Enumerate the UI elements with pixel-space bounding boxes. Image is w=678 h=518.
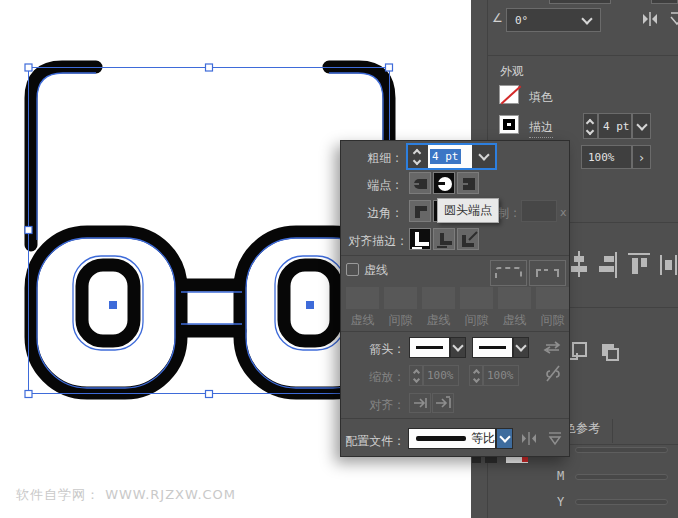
chevron-down-icon bbox=[636, 119, 647, 130]
fill-color-swatch[interactable] bbox=[499, 85, 519, 104]
gap-field-2 bbox=[460, 287, 493, 309]
opacity-value: 100% bbox=[582, 151, 615, 164]
rotation-angle-input[interactable]: 0° bbox=[506, 8, 601, 32]
angle-value: 0° bbox=[507, 14, 583, 27]
height-field-clipped[interactable] bbox=[651, 0, 678, 4]
magenta-slider[interactable] bbox=[575, 474, 668, 480]
profile-chevron-button[interactable] bbox=[496, 428, 513, 449]
chevron-right-icon: › bbox=[639, 150, 644, 165]
scale-label: 缩放 : bbox=[341, 369, 401, 386]
chevron-down-icon bbox=[478, 149, 489, 160]
align-stroke-center-button-selected[interactable] bbox=[409, 228, 431, 250]
extend-arrow-icon bbox=[410, 393, 430, 413]
arrowhead-start-dropdown[interactable] bbox=[409, 337, 450, 358]
arrange-overlap-icon[interactable] bbox=[598, 340, 620, 362]
no-arrowhead-icon bbox=[416, 346, 443, 349]
cap-label: 端点 : bbox=[341, 177, 399, 194]
weight-dropdown-button[interactable] bbox=[472, 145, 495, 168]
chevron-down-icon bbox=[515, 340, 526, 351]
profile-value: 等比 bbox=[471, 430, 495, 447]
extend-arrow-tip-icon bbox=[433, 393, 453, 413]
yellow-slider[interactable] bbox=[575, 499, 668, 505]
stroke-weight-dropdown-button[interactable] bbox=[632, 113, 651, 139]
swap-arrowheads-icon[interactable] bbox=[543, 340, 562, 355]
chevron-down-icon bbox=[452, 340, 463, 351]
align-stroke-inside-button[interactable] bbox=[433, 228, 455, 250]
align-horizontal-right-icon[interactable] bbox=[598, 252, 618, 278]
corner-label: 边角 : bbox=[341, 205, 399, 222]
preserve-dash-button-disabled bbox=[490, 260, 527, 286]
align-stroke-center-icon bbox=[410, 229, 432, 251]
arrowheads-label: 箭头 : bbox=[341, 341, 401, 358]
flip-horizontal-icon[interactable] bbox=[641, 11, 659, 27]
align-dash-icon bbox=[530, 261, 565, 285]
none-fill-icon bbox=[501, 86, 522, 105]
stroke-ring-icon bbox=[503, 119, 515, 130]
dash-field-1 bbox=[346, 287, 379, 309]
align-stroke-label: 对齐描边 : bbox=[341, 233, 404, 250]
stroke-panel-link[interactable]: 描边 bbox=[529, 119, 553, 138]
weight-label: 粗细 : bbox=[341, 150, 399, 167]
illustrator-workspace: { "watermark": "软件自学网： WWW.RJZXW.COM", "… bbox=[0, 0, 678, 518]
butt-cap-icon bbox=[410, 173, 432, 195]
chevron-down-icon bbox=[581, 13, 592, 24]
link-scales-broken-icon bbox=[544, 363, 562, 383]
cyan-slider[interactable] bbox=[575, 447, 668, 453]
dashed-line-checkbox[interactable] bbox=[346, 263, 359, 276]
opacity-options-button[interactable]: › bbox=[632, 145, 651, 169]
flip-along-icon-disabled bbox=[521, 431, 538, 446]
miter-limit-field-disabled bbox=[521, 200, 557, 222]
weight-stepper[interactable] bbox=[408, 145, 428, 168]
tooltip: 圆头端点 bbox=[437, 198, 499, 223]
align-stroke-outside-button[interactable] bbox=[457, 228, 479, 250]
scale-end-value-disabled: 100% bbox=[483, 365, 519, 386]
stroke-weight-value-field[interactable]: 4 pt bbox=[598, 113, 632, 139]
flip-vertical-icon-clipped[interactable] bbox=[669, 11, 678, 27]
projecting-cap-button[interactable] bbox=[457, 172, 479, 194]
arrowhead-end-chevron-button[interactable] bbox=[513, 337, 529, 358]
align-horizontal-center-icon[interactable] bbox=[570, 250, 588, 278]
weight-input[interactable]: 4 pt bbox=[428, 145, 472, 168]
chevron-down-icon bbox=[499, 431, 510, 442]
round-cap-button-selected[interactable] bbox=[433, 172, 455, 194]
distribute-horizontal-icon[interactable] bbox=[659, 252, 678, 278]
miter-join-icon bbox=[410, 201, 432, 223]
width-field-clipped[interactable] bbox=[549, 0, 611, 4]
arrowhead-end-dropdown[interactable] bbox=[472, 337, 513, 358]
left-lens-center-anchor[interactable] bbox=[109, 301, 117, 309]
miter-limit-x: x bbox=[560, 206, 567, 219]
watermark-text: 软件自学网： WWW.RJZXW.COM bbox=[16, 486, 236, 504]
align-arrow-label: 对齐 : bbox=[341, 397, 401, 414]
align-stroke-inside-icon bbox=[434, 229, 456, 251]
projecting-cap-icon bbox=[458, 173, 480, 195]
dash-label-2: 虚线 bbox=[422, 312, 455, 329]
profile-dropdown[interactable]: 等比 bbox=[408, 428, 496, 449]
profile-label: 配置文件 : bbox=[341, 433, 401, 450]
weight-control-focused: 4 pt bbox=[406, 143, 497, 170]
arrowhead-start-chevron-button[interactable] bbox=[450, 337, 466, 358]
gap-label-2: 间隙 bbox=[460, 312, 493, 329]
opacity-field[interactable]: 100% bbox=[581, 145, 632, 169]
dashed-line-label: 虚线 bbox=[364, 262, 388, 279]
align-start-button-disabled bbox=[409, 393, 431, 413]
stroke-options-popup: 粗细 : 4 pt 端点 : 边角 : bbox=[340, 140, 570, 457]
miter-join-button[interactable] bbox=[409, 200, 431, 222]
gap-field-1 bbox=[384, 287, 417, 309]
flip-across-icon-disabled bbox=[547, 431, 563, 446]
arrange-forward-icon[interactable] bbox=[567, 340, 589, 362]
dash-label-3: 虚线 bbox=[498, 312, 531, 329]
stroke-color-swatch[interactable] bbox=[499, 115, 519, 134]
swatch-fragment bbox=[485, 457, 497, 463]
butt-cap-button[interactable] bbox=[409, 172, 431, 194]
align-stroke-outside-icon bbox=[458, 229, 480, 251]
scale-start-value-disabled: 100% bbox=[423, 365, 459, 386]
gap-label-1: 间隙 bbox=[384, 312, 417, 329]
magenta-slider-label: M bbox=[557, 469, 564, 483]
stroke-weight-stepper[interactable] bbox=[583, 113, 598, 139]
yellow-slider-label: Y bbox=[557, 495, 564, 509]
align-dash-button-disabled bbox=[529, 260, 566, 286]
align-vertical-top-icon[interactable] bbox=[628, 252, 650, 278]
dash-field-3 bbox=[498, 287, 531, 309]
preserve-dash-icon bbox=[491, 261, 526, 285]
right-lens-center-anchor[interactable] bbox=[306, 301, 314, 309]
